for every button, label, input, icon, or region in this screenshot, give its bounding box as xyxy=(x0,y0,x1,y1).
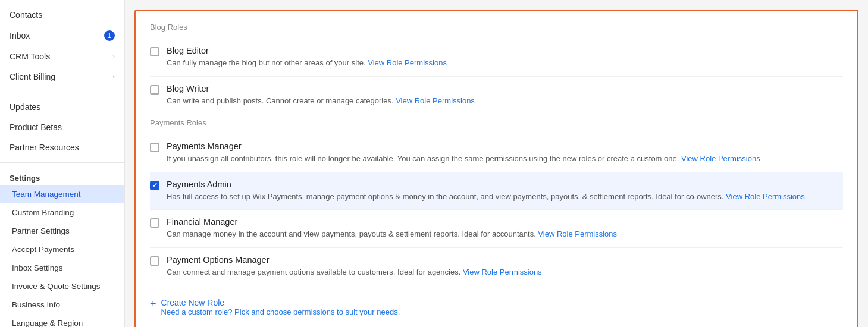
sidebar-item-updates-label: Updates xyxy=(10,102,40,112)
sidebar-divider-1 xyxy=(0,92,124,92)
plus-icon[interactable]: + xyxy=(150,298,156,311)
sidebar-item-inbox-settings[interactable]: Inbox Settings xyxy=(0,259,124,277)
blog-editor-name: Blog Editor xyxy=(167,46,843,55)
sidebar-item-invoice-quote-settings[interactable]: Invoice & Quote Settings xyxy=(0,277,124,295)
blog-editor-link[interactable]: View Role Permissions xyxy=(368,58,447,67)
sidebar-item-crm-label: CRM Tools xyxy=(10,52,50,61)
payments-admin-name: Payments Admin xyxy=(167,180,843,189)
payments-roles-section: Payments Roles Payments Manager If you u… xyxy=(150,118,843,285)
client-billing-arrow-icon: › xyxy=(112,73,115,80)
financial-manager-info: Financial Manager Can manage money in th… xyxy=(167,217,843,240)
sidebar-item-partner-resources-label: Partner Resources xyxy=(10,143,79,152)
sidebar-item-language-region[interactable]: Language & Region xyxy=(0,314,124,327)
financial-manager-desc: Can manage money in the account and view… xyxy=(167,228,843,240)
sidebar-item-inbox[interactable]: Inbox 1 xyxy=(0,25,124,46)
sidebar-item-accept-payments-label: Accept Payments xyxy=(12,245,74,254)
payments-manager-checkbox[interactable] xyxy=(150,143,159,152)
create-role-subtitle: Need a custom role? Pick and choose perm… xyxy=(161,307,400,316)
sidebar-item-partner-settings[interactable]: Partner Settings xyxy=(0,222,124,240)
sidebar-item-partner-resources[interactable]: Partner Resources xyxy=(0,137,124,158)
sidebar-item-product-betas[interactable]: Product Betas xyxy=(0,117,124,137)
payment-options-manager-role-item: Payment Options Manager Can connect and … xyxy=(150,248,843,285)
blog-roles-section: Blog Roles Blog Editor Can fully manage … xyxy=(150,23,843,114)
create-role-title[interactable]: Create New Role xyxy=(161,298,400,307)
crm-tools-arrow-icon: › xyxy=(112,53,115,60)
sidebar-item-custom-branding[interactable]: Custom Branding xyxy=(0,203,124,222)
sidebar-item-crm-tools[interactable]: CRM Tools › xyxy=(0,46,124,67)
blog-roles-label: Blog Roles xyxy=(150,23,843,32)
blog-writer-desc: Can write and publish posts. Cannot crea… xyxy=(167,95,843,107)
sidebar-item-business-info[interactable]: Business Info xyxy=(0,295,124,314)
sidebar-item-client-billing[interactable]: Client Billing › xyxy=(0,67,124,87)
inbox-badge: 1 xyxy=(104,30,115,41)
payments-admin-link[interactable]: View Role Permissions xyxy=(726,192,805,201)
financial-manager-name: Financial Manager xyxy=(167,217,843,227)
blog-writer-role-item: Blog Writer Can write and publish posts.… xyxy=(150,77,843,114)
sidebar-divider-2 xyxy=(0,162,124,163)
sidebar-item-business-info-label: Business Info xyxy=(12,300,60,309)
sidebar-item-inbox-settings-label: Inbox Settings xyxy=(12,263,63,272)
payments-admin-desc: Has full access to set up Wix Payments, … xyxy=(167,191,843,203)
blog-writer-checkbox[interactable] xyxy=(150,85,159,95)
blog-editor-desc: Can fully manage the blog but not other … xyxy=(167,57,843,69)
sidebar-item-team-management-label: Team Management xyxy=(12,190,81,199)
settings-section-label: Settings xyxy=(0,168,124,185)
sidebar-item-updates[interactable]: Updates xyxy=(0,97,124,117)
sidebar-item-inbox-label: Inbox xyxy=(10,31,30,40)
roles-panel: Blog Roles Blog Editor Can fully manage … xyxy=(134,10,858,327)
sidebar-item-custom-branding-label: Custom Branding xyxy=(12,208,74,217)
financial-manager-checkbox[interactable] xyxy=(150,218,159,228)
sidebar-item-client-billing-label: Client Billing xyxy=(10,72,55,81)
sidebar-item-partner-settings-label: Partner Settings xyxy=(12,227,70,235)
sidebar: Contacts Inbox 1 CRM Tools › Client Bill… xyxy=(0,0,125,327)
sidebar-item-team-management[interactable]: Team Management xyxy=(0,185,124,203)
blog-writer-info: Blog Writer Can write and publish posts.… xyxy=(167,84,843,107)
payments-admin-checkbox[interactable] xyxy=(150,181,159,190)
sidebar-item-product-betas-label: Product Betas xyxy=(10,122,62,132)
payments-roles-label: Payments Roles xyxy=(150,118,843,127)
payments-admin-role-item: Payments Admin Has full access to set up… xyxy=(150,172,843,210)
payment-options-manager-info: Payment Options Manager Can connect and … xyxy=(167,255,843,278)
blog-writer-name: Blog Writer xyxy=(167,84,843,93)
payment-options-manager-desc: Can connect and manage payment options a… xyxy=(167,266,843,278)
payments-manager-link[interactable]: View Role Permissions xyxy=(681,154,760,163)
sidebar-item-contacts[interactable]: Contacts xyxy=(0,5,124,25)
financial-manager-link[interactable]: View Role Permissions xyxy=(538,229,617,238)
payments-manager-name: Payments Manager xyxy=(167,142,843,151)
financial-manager-role-item: Financial Manager Can manage money in th… xyxy=(150,210,843,248)
payments-manager-info: Payments Manager If you unassign all con… xyxy=(167,142,843,165)
blog-writer-link[interactable]: View Role Permissions xyxy=(396,96,475,105)
payments-manager-role-item: Payments Manager If you unassign all con… xyxy=(150,134,843,172)
sidebar-item-invoice-quote-settings-label: Invoice & Quote Settings xyxy=(12,282,101,291)
payment-options-manager-checkbox[interactable] xyxy=(150,256,159,266)
payments-admin-info: Payments Admin Has full access to set up… xyxy=(167,180,843,203)
create-role-section: + Create New Role Need a custom role? Pi… xyxy=(150,287,843,316)
create-role-text: Create New Role Need a custom role? Pick… xyxy=(161,298,400,316)
sidebar-item-language-region-label: Language & Region xyxy=(12,319,83,327)
payment-options-manager-name: Payment Options Manager xyxy=(167,255,843,265)
sidebar-item-accept-payments[interactable]: Accept Payments xyxy=(0,240,124,259)
main-content: Blog Roles Blog Editor Can fully manage … xyxy=(125,0,868,327)
payment-options-manager-link[interactable]: View Role Permissions xyxy=(463,268,542,276)
payments-manager-desc: If you unassign all contributors, this r… xyxy=(167,153,843,165)
blog-editor-role-item: Blog Editor Can fully manage the blog bu… xyxy=(150,39,843,77)
blog-editor-checkbox[interactable] xyxy=(150,47,159,56)
sidebar-item-contacts-label: Contacts xyxy=(10,10,42,20)
blog-editor-info: Blog Editor Can fully manage the blog bu… xyxy=(167,46,843,69)
